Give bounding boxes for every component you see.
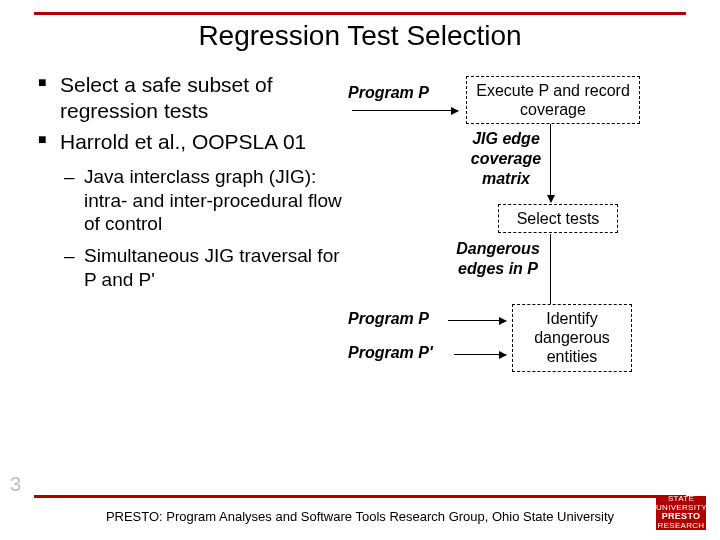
diagram: Program P Execute P and record coverage … xyxy=(348,72,696,488)
label-jig-edge: JIG edge xyxy=(456,130,556,148)
label-coverage: coverage xyxy=(456,150,556,168)
label-edges-in-p: edges in P xyxy=(438,260,558,278)
label-program-p-bottom: Program P xyxy=(348,310,429,328)
box3-line3: entities xyxy=(547,348,598,365)
label-matrix: matrix xyxy=(456,170,556,188)
logo-line5: GROUP xyxy=(656,531,706,540)
footer-rule xyxy=(34,495,686,498)
bullet-1: Select a safe subset of regression tests xyxy=(38,72,344,125)
box3-line2: dangerous xyxy=(534,329,610,346)
label-program-p-top: Program P xyxy=(348,84,429,102)
left-column: Select a safe subset of regression tests… xyxy=(34,72,348,488)
arrow-p-to-box3 xyxy=(448,320,506,321)
slide-body: Select a safe subset of regression tests… xyxy=(34,72,696,488)
slide-title: Regression Test Selection xyxy=(0,20,720,52)
subbullet-1: Java interclass graph (JIG): intra- and … xyxy=(64,165,344,236)
box-identify: Identify dangerous entities xyxy=(512,304,632,372)
box-select-tests: Select tests xyxy=(498,204,618,233)
presto-logo: OHIO STATE UNIVERSITY PRESTO RESEARCH GR… xyxy=(656,496,706,530)
subbullet-2: Simultaneous JIG traversal for P and P' xyxy=(64,244,344,292)
page-number: 3 xyxy=(10,473,21,496)
bullet-2: Harrold et al., OOPSLA 01 xyxy=(38,129,344,155)
footer-text: PRESTO: Program Analyses and Software To… xyxy=(0,509,720,524)
arrow-pprime-to-box3 xyxy=(454,354,506,355)
box-execute: Execute P and record coverage xyxy=(466,76,640,124)
arrow-to-box1 xyxy=(352,110,458,111)
label-program-p-prime: Program P' xyxy=(348,344,433,362)
box3-line1: Identify xyxy=(546,310,598,327)
header-rule xyxy=(34,12,686,15)
logo-line1: OHIO STATE xyxy=(656,486,706,504)
label-dangerous: Dangerous xyxy=(438,240,558,258)
